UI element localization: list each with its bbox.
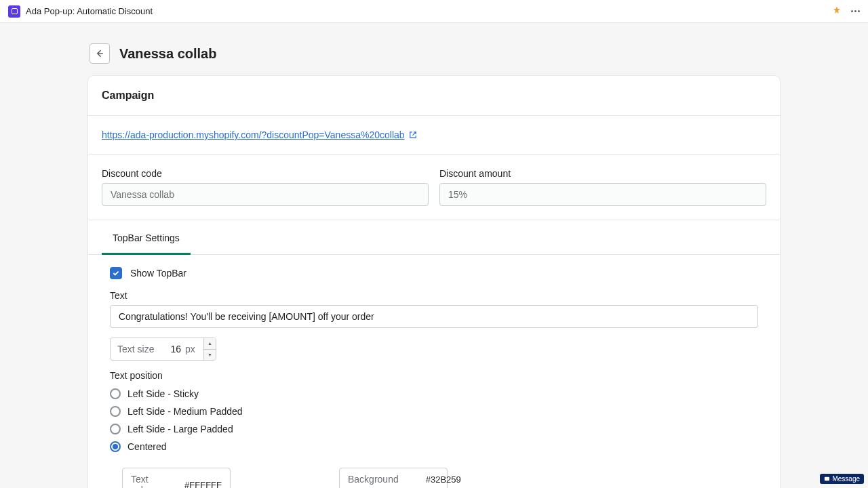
app-title: Ada Pop-up: Automatic Discount (26, 6, 153, 16)
show-topbar-checkbox[interactable] (110, 267, 122, 279)
message-widget-label: Message (832, 475, 860, 483)
text-color-label: Text color (131, 474, 157, 488)
svg-rect-0 (825, 477, 829, 481)
text-size-label: Text size (111, 338, 161, 360)
bg-color-value: #32B259 (426, 474, 461, 485)
radio-centered[interactable]: Centered (110, 438, 758, 455)
show-topbar-label: Show TopBar (130, 268, 186, 279)
radio-icon (110, 388, 121, 399)
text-color-value: #FFFFFF (184, 480, 222, 489)
text-position-label: Text position (110, 370, 758, 381)
discount-amount-label: Discount amount (439, 168, 766, 179)
bg-color-label: Background (348, 474, 399, 485)
radio-left-large[interactable]: Left Side - Large Padded (110, 420, 758, 438)
tab-topbar-settings[interactable]: TopBar Settings (102, 220, 191, 255)
radio-icon (110, 441, 121, 452)
more-icon[interactable] (851, 10, 860, 12)
radio-left-sticky[interactable]: Left Side - Sticky (110, 385, 758, 403)
tabs: TopBar Settings (88, 220, 780, 255)
text-size-decrement[interactable]: ▼ (204, 350, 216, 361)
radio-left-medium[interactable]: Left Side - Medium Padded (110, 403, 758, 420)
radio-label: Centered (127, 441, 167, 452)
radio-label: Left Side - Sticky (127, 388, 199, 399)
text-size-value[interactable]: 16 (161, 338, 184, 360)
text-size-increment[interactable]: ▲ (204, 338, 216, 350)
text-label: Text (110, 290, 758, 301)
campaign-url-link[interactable]: https://ada-production.myshopify.com/?di… (102, 129, 417, 140)
campaign-card: Campaign https://ada-production.myshopif… (88, 76, 780, 488)
text-color-field[interactable]: Text color #FFFFFF (122, 468, 231, 488)
campaign-heading: Campaign (102, 89, 766, 102)
back-button[interactable] (90, 43, 110, 64)
external-link-icon (409, 131, 417, 139)
discount-code-input[interactable] (102, 183, 429, 206)
text-size-field: Text size 16 px ▲ ▼ (110, 338, 216, 361)
radio-icon (110, 424, 121, 434)
topbar-text-input[interactable] (110, 305, 758, 328)
app-logo-icon (8, 5, 20, 18)
campaign-url-text: https://ada-production.myshopify.com/?di… (102, 129, 405, 140)
discount-amount-input[interactable] (439, 183, 766, 206)
radio-label: Left Side - Medium Padded (127, 406, 243, 417)
radio-label: Left Side - Large Padded (127, 424, 233, 434)
radio-icon (110, 406, 121, 417)
pin-icon[interactable] (832, 5, 842, 17)
message-widget[interactable]: Message (820, 474, 864, 484)
discount-code-label: Discount code (102, 168, 429, 179)
bg-color-field[interactable]: Background #32B259 (339, 468, 448, 488)
page-title: Vanessa collab (119, 46, 216, 62)
app-top-bar: Ada Pop-up: Automatic Discount (0, 0, 868, 23)
topbar-settings-panel: Show TopBar Text Text size 16 px ▲ ▼ (88, 255, 780, 488)
text-position-radio-group: Left Side - Sticky Left Side - Medium Pa… (110, 385, 758, 455)
text-size-unit: px (184, 338, 203, 360)
